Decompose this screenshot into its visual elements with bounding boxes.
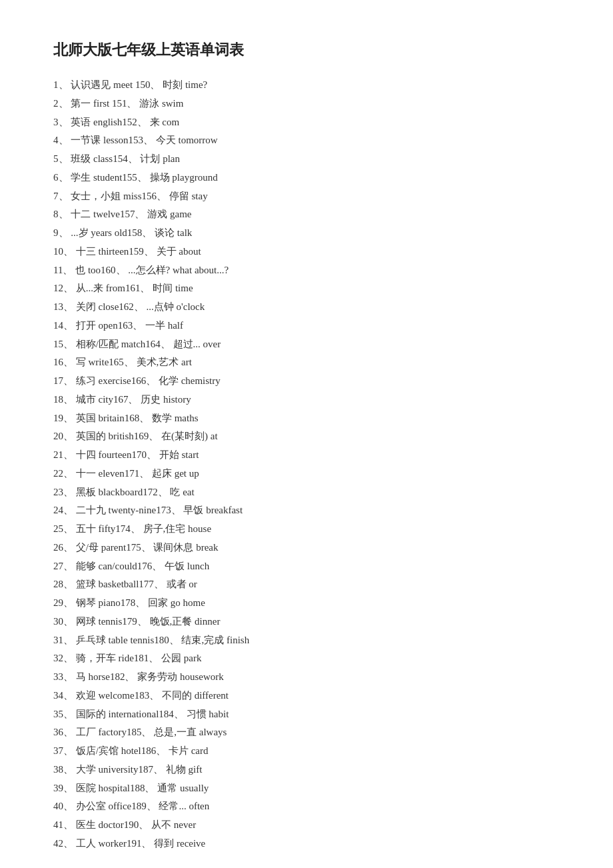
list-item: 17、 练习 exercise166、 化学 chemistry: [53, 372, 560, 391]
list-item: 3、 英语 english152、 来 com: [53, 113, 560, 132]
list-item: 27、 能够 can/could176、 午饭 lunch: [53, 557, 560, 576]
list-item: 30、 网球 tennis179、 晚饭,正餐 dinner: [53, 613, 560, 631]
list-item: 11、 也 too160、 ...怎么样? what about...?: [53, 261, 560, 280]
list-item: 14、 打开 open163、 一半 half: [53, 317, 560, 335]
page-title: 北师大版七年级上英语单词表: [53, 40, 560, 60]
list-item: 1、 认识遇见 meet 150、 时刻 time?: [53, 76, 560, 95]
list-item: 31、 乒乓球 table tennis180、 结束,完成 finish: [53, 631, 560, 650]
list-item: 13、 关闭 close162、 ...点钟 o'clock: [53, 298, 560, 317]
list-item: 26、 父/母 parent175、 课间休息 break: [53, 539, 560, 557]
list-item: 2、 第一 first 151、 游泳 swim: [53, 95, 560, 113]
list-item: 20、 英国的 british169、 在(某时刻) at: [53, 427, 560, 446]
word-list: 1、 认识遇见 meet 150、 时刻 time?2、 第一 first 15…: [53, 76, 560, 853]
list-item: 18、 城市 city167、 历史 history: [53, 391, 560, 409]
list-item: 22、 十一 eleven171、 起床 get up: [53, 465, 560, 483]
list-item: 29、 钢琴 piano178、 回家 go home: [53, 594, 560, 613]
list-item: 16、 写 write165、 美术,艺术 art: [53, 353, 560, 372]
list-item: 15、 相称/匹配 match164、 超过... over: [53, 335, 560, 354]
list-item: 38、 大学 university187、 礼物 gift: [53, 761, 560, 779]
list-item: 10、 十三 thirteen159、 关于 about: [53, 243, 560, 261]
list-item: 24、 二十九 twenty-nine173、 早饭 breakfast: [53, 501, 560, 520]
list-item: 6、 学生 student155、 操场 playground: [53, 169, 560, 187]
list-item: 35、 国际的 international184、 习惯 habit: [53, 705, 560, 724]
list-item: 23、 黑板 blackboard172、 吃 eat: [53, 483, 560, 502]
list-item: 33、 马 horse182、 家务劳动 housework: [53, 668, 560, 687]
list-item: 41、 医生 doctor190、 从不 never: [53, 816, 560, 835]
list-item: 12、 从...来 from161、 时间 time: [53, 279, 560, 298]
list-item: 19、 英国 britain168、 数学 maths: [53, 409, 560, 428]
list-item: 34、 欢迎 welcome183、 不同的 different: [53, 687, 560, 705]
list-item: 5、 班级 class154、 计划 plan: [53, 150, 560, 169]
list-item: 37、 饭店/宾馆 hotel186、 卡片 card: [53, 742, 560, 761]
list-item: 36、 工厂 factory185、 总是,一直 always: [53, 723, 560, 742]
list-item: 21、 十四 fourteen170、 开始 start: [53, 446, 560, 465]
list-item: 25、 五十 fifty174、 房子,住宅 house: [53, 520, 560, 539]
list-item: 39、 医院 hospital188、 通常 usually: [53, 779, 560, 798]
list-item: 4、 一节课 lesson153、 今天 tomorrow: [53, 131, 560, 150]
list-item: 7、 女士，小姐 miss156、 停留 stay: [53, 187, 560, 206]
list-item: 8、 十二 twelve157、 游戏 game: [53, 205, 560, 224]
list-item: 9、 ...岁 years old158、 谈论 talk: [53, 224, 560, 243]
list-item: 40、 办公室 office189、 经常... often: [53, 797, 560, 816]
list-item: 32、 骑，开车 ride181、 公园 park: [53, 649, 560, 668]
list-item: 28、 篮球 basketball177、 或者 or: [53, 575, 560, 594]
list-item: 42、 工人 worker191、 得到 receive: [53, 835, 560, 853]
